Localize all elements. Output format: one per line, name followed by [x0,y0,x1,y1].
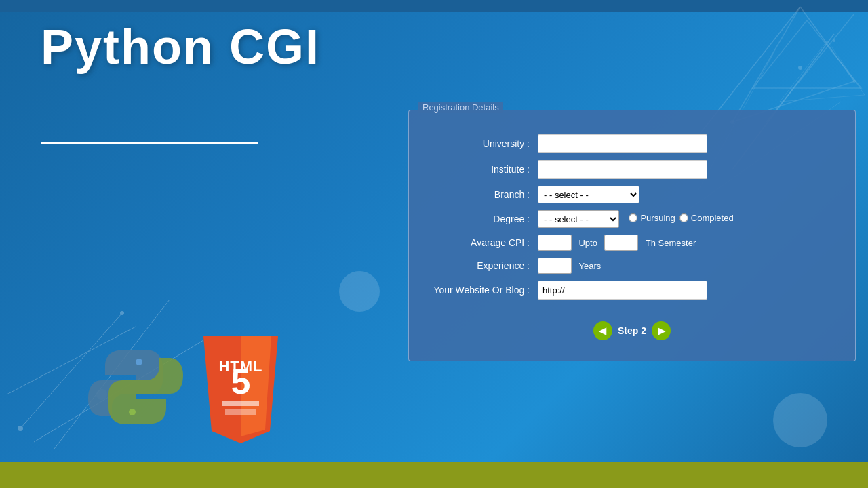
svg-point-8 [798,66,802,70]
experience-input[interactable] [538,258,572,274]
bottom-bar [0,462,868,488]
upto-text: Upto [578,238,597,248]
svg-point-21 [136,359,142,365]
institute-label: Institute : [429,160,538,179]
pursuing-radio[interactable] [629,214,637,222]
degree-row: Degree : - - select - - B.Tech M.Tech MC… [429,210,835,228]
svg-rect-27 [222,401,259,406]
website-input[interactable] [538,281,707,300]
university-label: University : [429,134,538,153]
python-logo [88,343,183,434]
semester-input[interactable] [604,235,638,251]
prev-icon: ◀ [599,325,606,336]
avg-cpi-row: Avarage CPI : Upto Th Semester [429,235,835,251]
th-semester-text: Th Semester [646,238,696,248]
experience-label: Experience : [429,258,538,274]
years-text: Years [578,261,601,271]
form-table: University : Institute : Branch : - - se… [429,127,835,306]
degree-radio-group: Pursuing Completed [629,213,733,223]
title-underline [41,142,258,144]
branch-row: Branch : - - select - - Computer Science… [429,186,835,203]
page-title: Python CGI [41,19,320,75]
institute-input[interactable] [538,160,707,179]
decorative-dot-1 [339,271,380,312]
completed-label: Completed [691,213,734,223]
experience-row: Experience : Years [429,258,835,274]
svg-marker-12 [753,20,861,88]
pursuing-label: Pursuing [640,213,675,223]
registration-form-panel: Registration Details University : Instit… [408,110,856,361]
form-legend: Registration Details [418,102,503,113]
next-icon: ▶ [658,325,665,336]
next-step-button[interactable]: ▶ [652,321,671,340]
svg-point-22 [129,409,136,415]
avg-cpi-input[interactable] [538,235,572,251]
step-label: Step 2 [618,325,646,336]
university-row: University : [429,134,835,153]
svg-point-9 [833,39,835,42]
svg-line-2 [766,14,854,122]
svg-point-19 [120,311,124,315]
svg-point-18 [18,426,23,431]
completed-radio-label[interactable]: Completed [679,213,734,223]
completed-radio[interactable] [679,214,688,222]
website-label: Your Website Or Blog : [429,281,538,300]
avg-cpi-label: Avarage CPI : [429,235,538,251]
website-row: Your Website Or Blog : [429,281,835,300]
pursuing-radio-label[interactable]: Pursuing [629,213,675,223]
institute-row: Institute : [429,160,835,179]
step-navigation: ◀ Step 2 ▶ [429,321,835,340]
branch-label: Branch : [429,186,538,203]
svg-text:HTML: HTML [218,358,262,375]
decorative-dot-2 [773,393,827,447]
svg-rect-28 [225,409,256,415]
degree-select[interactable]: - - select - - B.Tech M.Tech MCA BCA [538,210,619,228]
svg-line-5 [732,7,800,122]
html5-logo: 5 HTML [197,336,285,447]
prev-step-button[interactable]: ◀ [593,321,612,340]
degree-label: Degree : [429,210,538,228]
university-input[interactable] [538,134,707,153]
branch-select[interactable]: - - select - - Computer Science Informat… [538,186,639,203]
